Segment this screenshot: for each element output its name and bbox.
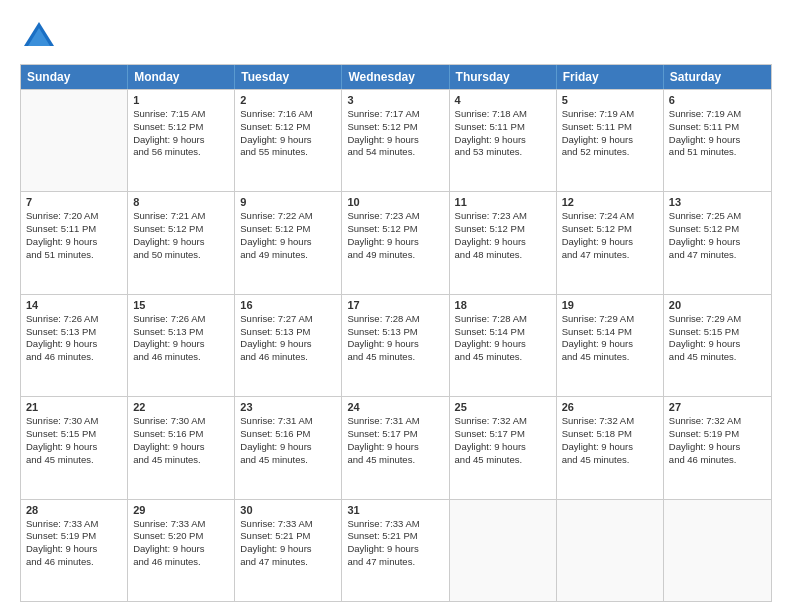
logo-icon — [20, 18, 58, 56]
day-info-line: Sunset: 5:13 PM — [133, 326, 229, 339]
day-info-line: Sunrise: 7:28 AM — [347, 313, 443, 326]
day-info-line: Daylight: 9 hours — [240, 236, 336, 249]
day-info-line: Sunset: 5:12 PM — [240, 223, 336, 236]
day-number: 6 — [669, 94, 766, 106]
day-info-line: and 45 minutes. — [455, 454, 551, 467]
day-info-line: and 47 minutes. — [347, 556, 443, 569]
day-info-line: and 47 minutes. — [562, 249, 658, 262]
day-cell-10: 10Sunrise: 7:23 AMSunset: 5:12 PMDayligh… — [342, 192, 449, 293]
day-info-line: Daylight: 9 hours — [240, 134, 336, 147]
day-info-line: and 53 minutes. — [455, 146, 551, 159]
weekday-header-wednesday: Wednesday — [342, 65, 449, 89]
day-info-line: Sunset: 5:12 PM — [133, 223, 229, 236]
day-info-line: Daylight: 9 hours — [26, 441, 122, 454]
weekday-header-tuesday: Tuesday — [235, 65, 342, 89]
day-info-line: Sunset: 5:12 PM — [240, 121, 336, 134]
weekday-header-friday: Friday — [557, 65, 664, 89]
day-info-line: Daylight: 9 hours — [347, 134, 443, 147]
day-info-line: and 47 minutes. — [669, 249, 766, 262]
day-info-line: and 45 minutes. — [26, 454, 122, 467]
day-info-line: Sunset: 5:11 PM — [455, 121, 551, 134]
day-info-line: Sunset: 5:14 PM — [455, 326, 551, 339]
day-info-line: Sunrise: 7:20 AM — [26, 210, 122, 223]
day-info-line: Sunrise: 7:26 AM — [26, 313, 122, 326]
day-info-line: Sunrise: 7:15 AM — [133, 108, 229, 121]
day-info-line: Sunrise: 7:31 AM — [347, 415, 443, 428]
day-info-line: and 46 minutes. — [26, 351, 122, 364]
day-info-line: and 49 minutes. — [240, 249, 336, 262]
day-info-line: Daylight: 9 hours — [562, 441, 658, 454]
day-info-line: Sunrise: 7:23 AM — [347, 210, 443, 223]
day-info-line: Daylight: 9 hours — [133, 236, 229, 249]
day-info-line: Sunrise: 7:25 AM — [669, 210, 766, 223]
calendar-row-1: 1Sunrise: 7:15 AMSunset: 5:12 PMDaylight… — [21, 89, 771, 191]
day-info-line: and 45 minutes. — [240, 454, 336, 467]
day-cell-29: 29Sunrise: 7:33 AMSunset: 5:20 PMDayligh… — [128, 500, 235, 601]
empty-cell — [21, 90, 128, 191]
day-number: 17 — [347, 299, 443, 311]
page: SundayMondayTuesdayWednesdayThursdayFrid… — [0, 0, 792, 612]
day-info-line: Daylight: 9 hours — [562, 236, 658, 249]
day-info-line: Sunset: 5:13 PM — [347, 326, 443, 339]
day-info-line: and 46 minutes. — [240, 351, 336, 364]
day-info-line: Daylight: 9 hours — [669, 134, 766, 147]
day-info-line: and 45 minutes. — [347, 351, 443, 364]
day-cell-12: 12Sunrise: 7:24 AMSunset: 5:12 PMDayligh… — [557, 192, 664, 293]
day-number: 3 — [347, 94, 443, 106]
day-info-line: Sunset: 5:13 PM — [240, 326, 336, 339]
day-number: 16 — [240, 299, 336, 311]
day-cell-15: 15Sunrise: 7:26 AMSunset: 5:13 PMDayligh… — [128, 295, 235, 396]
day-info-line: Sunset: 5:16 PM — [240, 428, 336, 441]
day-info-line: Sunrise: 7:32 AM — [562, 415, 658, 428]
day-info-line: Sunset: 5:17 PM — [347, 428, 443, 441]
day-info-line: Sunset: 5:19 PM — [26, 530, 122, 543]
day-info-line: and 51 minutes. — [26, 249, 122, 262]
day-info-line: Sunrise: 7:33 AM — [347, 518, 443, 531]
day-number: 20 — [669, 299, 766, 311]
calendar-row-2: 7Sunrise: 7:20 AMSunset: 5:11 PMDaylight… — [21, 191, 771, 293]
calendar-row-5: 28Sunrise: 7:33 AMSunset: 5:19 PMDayligh… — [21, 499, 771, 601]
day-info-line: Daylight: 9 hours — [240, 543, 336, 556]
day-cell-18: 18Sunrise: 7:28 AMSunset: 5:14 PMDayligh… — [450, 295, 557, 396]
day-info-line: Sunset: 5:18 PM — [562, 428, 658, 441]
day-info-line: Daylight: 9 hours — [455, 236, 551, 249]
day-info-line: Daylight: 9 hours — [669, 236, 766, 249]
day-cell-25: 25Sunrise: 7:32 AMSunset: 5:17 PMDayligh… — [450, 397, 557, 498]
day-cell-30: 30Sunrise: 7:33 AMSunset: 5:21 PMDayligh… — [235, 500, 342, 601]
day-number: 14 — [26, 299, 122, 311]
weekday-header-thursday: Thursday — [450, 65, 557, 89]
day-info-line: Sunrise: 7:22 AM — [240, 210, 336, 223]
day-number: 15 — [133, 299, 229, 311]
day-info-line: Daylight: 9 hours — [347, 441, 443, 454]
day-info-line: Sunrise: 7:26 AM — [133, 313, 229, 326]
day-info-line: Sunrise: 7:23 AM — [455, 210, 551, 223]
day-cell-7: 7Sunrise: 7:20 AMSunset: 5:11 PMDaylight… — [21, 192, 128, 293]
day-info-line: and 52 minutes. — [562, 146, 658, 159]
day-number: 25 — [455, 401, 551, 413]
day-info-line: Daylight: 9 hours — [455, 338, 551, 351]
day-cell-31: 31Sunrise: 7:33 AMSunset: 5:21 PMDayligh… — [342, 500, 449, 601]
day-number: 9 — [240, 196, 336, 208]
empty-cell — [664, 500, 771, 601]
day-cell-5: 5Sunrise: 7:19 AMSunset: 5:11 PMDaylight… — [557, 90, 664, 191]
day-info-line: Sunrise: 7:30 AM — [133, 415, 229, 428]
day-info-line: Daylight: 9 hours — [669, 338, 766, 351]
day-info-line: and 46 minutes. — [133, 556, 229, 569]
day-cell-22: 22Sunrise: 7:30 AMSunset: 5:16 PMDayligh… — [128, 397, 235, 498]
day-info-line: Sunset: 5:21 PM — [240, 530, 336, 543]
day-info-line: Sunset: 5:15 PM — [26, 428, 122, 441]
day-info-line: Sunset: 5:12 PM — [455, 223, 551, 236]
day-info-line: and 46 minutes. — [133, 351, 229, 364]
day-number: 26 — [562, 401, 658, 413]
calendar-header: SundayMondayTuesdayWednesdayThursdayFrid… — [21, 65, 771, 89]
calendar-body: 1Sunrise: 7:15 AMSunset: 5:12 PMDaylight… — [21, 89, 771, 601]
day-number: 30 — [240, 504, 336, 516]
day-info-line: Sunset: 5:11 PM — [26, 223, 122, 236]
day-cell-13: 13Sunrise: 7:25 AMSunset: 5:12 PMDayligh… — [664, 192, 771, 293]
day-info-line: Sunset: 5:15 PM — [669, 326, 766, 339]
day-number: 21 — [26, 401, 122, 413]
day-info-line: Daylight: 9 hours — [133, 134, 229, 147]
day-info-line: and 45 minutes. — [347, 454, 443, 467]
day-info-line: Sunset: 5:12 PM — [347, 121, 443, 134]
empty-cell — [557, 500, 664, 601]
